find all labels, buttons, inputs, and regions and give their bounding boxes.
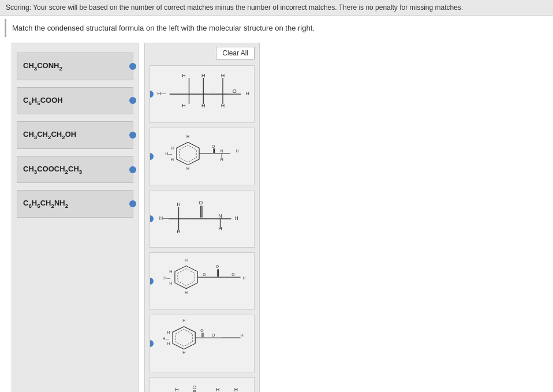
molecule-item-4[interactable]: H H H H O O O H H— [150,252,255,310]
clear-all-button[interactable]: Clear All [216,47,255,59]
svg-text:H—: H— [162,337,169,341]
svg-text:H: H [186,135,189,139]
svg-text:H: H [236,149,239,153]
svg-text:H: H [186,166,189,170]
svg-text:O: O [212,144,215,148]
svg-text:O: O [212,333,215,337]
clear-button-container: Clear All [145,43,259,63]
svg-text:H: H [167,330,170,334]
molecule-item-3[interactable]: H— H H O N H H [150,190,255,248]
svg-marker-51 [178,268,195,285]
formula-text-1: CH3CONH2 [23,61,62,72]
svg-text:H—: H— [163,276,170,280]
molecule-panel: Clear All H H H H— O H [144,43,260,392]
svg-text:H: H [234,215,238,221]
instruction-text: Match the condensed structural formula o… [12,24,315,32]
svg-text:H: H [171,158,174,162]
svg-text:O: O [193,384,197,390]
formula-panel: CH3CONH2 C6H5COOH CH3CH2CH2OH CH3COOCH2C… [12,43,139,392]
svg-text:H: H [185,290,188,294]
svg-text:H: H [182,319,185,323]
scoring-bar: Scoring: Your score will be based on the… [0,0,553,16]
svg-text:H—: H— [165,152,172,156]
formula-item-5[interactable]: C6H5CH2NH2 [17,190,133,218]
svg-text:H: H [243,276,246,280]
formula-text-5: C6H5CH2NH2 [23,199,68,209]
formula-text-2: C6H5COOH [23,96,63,106]
svg-text:H: H [234,387,238,392]
svg-text:O: O [200,328,203,333]
formula-arrow-4 [129,166,136,173]
svg-text:H: H [167,342,170,346]
svg-text:O: O [233,88,237,94]
svg-text:H: H [169,270,172,274]
svg-text:O: O [203,272,205,277]
formula-text-3: CH3CH2CH2OH [23,130,76,140]
formula-arrow-5 [129,200,136,207]
formula-text-4: CH3COOCH2CH3 [23,165,82,175]
instruction-bar: Match the condensed structural formula o… [5,19,548,37]
svg-text:H: H [182,350,185,354]
formula-arrow-2 [129,97,136,104]
formula-arrow-3 [129,132,136,139]
formula-item-4[interactable]: CH3COOCH2CH3 [17,156,133,184]
svg-text:N: N [221,149,223,153]
formula-item-3[interactable]: CH3CH2CH2OH [17,121,133,149]
svg-text:O: O [231,272,234,277]
svg-text:H: H [201,73,205,79]
svg-marker-66 [173,327,195,349]
molecule-item-1[interactable]: H H H H— O H H H H [150,65,255,123]
formula-item-1[interactable]: CH3CONH2 [17,53,133,80]
svg-text:H—: H— [159,215,169,221]
svg-text:H: H [175,387,178,392]
svg-text:N: N [218,213,222,219]
svg-text:H: H [216,387,219,392]
svg-text:H: H [246,91,250,96]
molecule-item-6[interactable]: H— H H O O H H [150,377,255,392]
svg-text:H: H [171,146,174,150]
formula-arrow-1 [129,63,136,70]
svg-text:H: H [185,258,188,262]
svg-text:H—: H— [158,91,167,96]
svg-text:O: O [216,264,219,268]
svg-marker-20 [180,145,196,162]
molecule-item-5[interactable]: H H H H O O H H— [150,315,255,372]
svg-text:H: H [221,73,225,79]
formula-item-2[interactable]: C6H5COOH [17,87,133,115]
molecule-item-2[interactable]: H H H H O N H H H— [150,128,255,185]
svg-text:H: H [241,333,244,337]
scoring-text: Scoring: Your score will be based on the… [6,3,463,12]
svg-marker-50 [175,266,197,289]
svg-marker-19 [177,143,199,165]
svg-text:H: H [177,201,181,207]
svg-text:H: H [169,281,172,285]
svg-text:H: H [182,103,186,109]
svg-text:H: H [182,73,186,79]
svg-marker-67 [175,330,192,346]
svg-text:O: O [199,200,203,206]
